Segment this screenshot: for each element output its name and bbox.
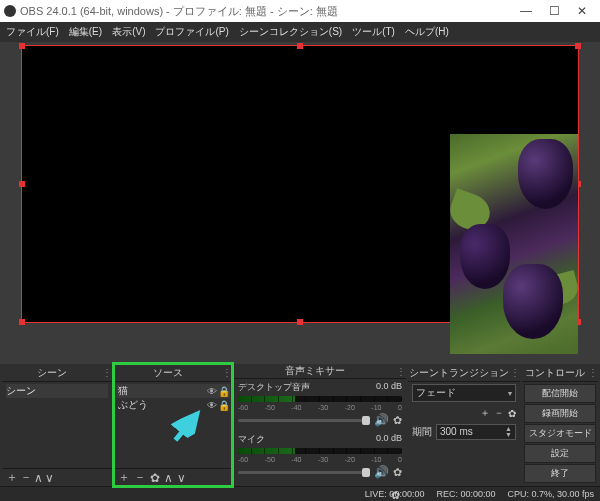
status-rec: REC: 00:00:00 xyxy=(436,489,495,499)
start-stream-button[interactable]: 配信開始 xyxy=(524,384,596,403)
selection-handle[interactable] xyxy=(19,319,25,325)
menu-bar: ファイル(F) 編集(E) 表示(V) プロファイル(P) シーンコレクション(… xyxy=(0,22,600,42)
volume-slider[interactable] xyxy=(238,471,370,474)
minimize-button[interactable]: ― xyxy=(512,4,540,18)
scenes-toolbar: ＋ － ∧ ∨ xyxy=(2,468,112,486)
scenes-list[interactable]: シーン xyxy=(2,382,112,468)
visibility-icon[interactable]: 👁 xyxy=(206,400,218,411)
channel-level: 0.0 dB xyxy=(376,381,402,394)
channel-level: 0.0 dB xyxy=(376,433,402,446)
mixer-channel: マイク0.0 dB -60-50-40-30-20-100 🔊 ✿ xyxy=(234,431,406,483)
menu-view[interactable]: 表示(V) xyxy=(108,23,149,41)
dock-grip-icon[interactable]: ⋮ xyxy=(102,367,112,378)
menu-tools[interactable]: ツール(T) xyxy=(348,23,399,41)
add-transition-button[interactable]: ＋ xyxy=(480,406,490,420)
sources-title: ソース xyxy=(114,366,222,380)
add-scene-button[interactable]: ＋ xyxy=(6,469,18,486)
selection-handle[interactable] xyxy=(19,43,25,49)
meter-scale: -60-50-40-30-20-100 xyxy=(238,404,402,411)
window-titlebar: OBS 24.0.1 (64-bit, windows) - プロファイル: 無… xyxy=(0,0,600,22)
scenes-panel: シーン ⋮ シーン ＋ － ∧ ∨ xyxy=(2,364,112,486)
slider-thumb[interactable] xyxy=(362,416,370,425)
source-settings-button[interactable]: ✿ xyxy=(150,471,160,485)
channel-settings-button[interactable]: ✿ xyxy=(393,466,402,479)
dock-grip-icon[interactable]: ⋮ xyxy=(510,367,520,378)
audio-meter xyxy=(238,396,402,402)
settings-button[interactable]: 設定 xyxy=(524,444,596,463)
close-button[interactable]: ✕ xyxy=(568,4,596,18)
preview-canvas[interactable] xyxy=(22,46,578,322)
slider-thumb[interactable] xyxy=(362,468,370,477)
scene-up-button[interactable]: ∧ xyxy=(34,471,43,485)
controls-title: コントロール xyxy=(522,366,588,380)
dock-grip-icon[interactable]: ⋮ xyxy=(396,366,406,377)
studio-mode-button[interactable]: スタジオモード xyxy=(524,424,596,443)
speaker-icon[interactable]: 🔊 xyxy=(374,465,389,479)
transition-selected: フェード xyxy=(416,386,508,400)
remove-transition-button[interactable]: － xyxy=(494,406,504,420)
scene-item[interactable]: シーン xyxy=(6,384,108,398)
selection-handle[interactable] xyxy=(297,319,303,325)
remove-source-button[interactable]: － xyxy=(134,469,146,486)
selection-handle[interactable] xyxy=(575,43,581,49)
sources-toolbar: ＋ － ✿ ∧ ∨ xyxy=(114,468,232,486)
sources-list[interactable]: 猫 👁 🔒 ぶどう 👁 🔒 xyxy=(114,382,232,468)
meter-scale: -60-50-40-30-20-100 xyxy=(238,456,402,463)
scenes-title: シーン xyxy=(2,366,102,380)
transitions-title: シーントランジション xyxy=(408,366,510,380)
source-preview-image[interactable] xyxy=(450,134,578,354)
transitions-panel: シーントランジション ⋮ フェード ▾ ＋ － ✿ 期間 300 ms ▲▼ xyxy=(408,364,520,486)
transition-settings-button[interactable]: ✿ xyxy=(508,408,516,419)
channel-settings-button[interactable]: ✿ xyxy=(393,414,402,427)
status-live: LIVE: 00:00:00 xyxy=(365,489,425,499)
remove-scene-button[interactable]: － xyxy=(20,469,32,486)
channel-name: マイク xyxy=(238,433,376,446)
spinner-icon[interactable]: ▲▼ xyxy=(505,426,512,438)
maximize-button[interactable]: ☐ xyxy=(540,4,568,18)
app-icon xyxy=(4,5,16,17)
svg-line-0 xyxy=(169,414,203,440)
duration-input[interactable]: 300 ms ▲▼ xyxy=(436,424,516,440)
chevron-down-icon: ▾ xyxy=(508,389,512,398)
source-item[interactable]: ぶどう 👁 🔒 xyxy=(116,398,230,412)
duration-label: 期間 xyxy=(412,425,432,439)
status-cpu: CPU: 0.7%, 30.00 fps xyxy=(507,489,594,499)
start-record-button[interactable]: 録画開始 xyxy=(524,404,596,423)
source-up-button[interactable]: ∧ xyxy=(164,471,173,485)
source-item[interactable]: 猫 👁 🔒 xyxy=(116,384,230,398)
lock-icon[interactable]: 🔒 xyxy=(218,400,230,411)
exit-button[interactable]: 終了 xyxy=(524,464,596,483)
speaker-icon[interactable]: 🔊 xyxy=(374,413,389,427)
menu-scene-collection[interactable]: シーンコレクション(S) xyxy=(235,23,346,41)
menu-edit[interactable]: 編集(E) xyxy=(65,23,106,41)
add-source-button[interactable]: ＋ xyxy=(118,469,130,486)
dock-row: シーン ⋮ シーン ＋ － ∧ ∨ ソース ⋮ 猫 👁 🔒 xyxy=(0,364,600,486)
volume-slider[interactable] xyxy=(238,419,370,422)
mixer-channel: デスクトップ音声0.0 dB -60-50-40-30-20-100 🔊 ✿ xyxy=(234,379,406,431)
audio-mixer-panel: 音声ミキサー ⋮ デスクトップ音声0.0 dB -60-50-40-30-20-… xyxy=(234,364,406,486)
channel-name: デスクトップ音声 xyxy=(238,381,376,394)
scene-down-button[interactable]: ∨ xyxy=(45,471,54,485)
source-down-button[interactable]: ∨ xyxy=(177,471,186,485)
visibility-icon[interactable]: 👁 xyxy=(206,386,218,397)
mixer-body: デスクトップ音声0.0 dB -60-50-40-30-20-100 🔊 ✿ マ… xyxy=(234,379,406,483)
menu-profile[interactable]: プロファイル(P) xyxy=(151,23,232,41)
controls-panel: コントロール ⋮ 配信開始 録画開始 スタジオモード 設定 終了 xyxy=(522,364,598,486)
window-title: OBS 24.0.1 (64-bit, windows) - プロファイル: 無… xyxy=(20,4,512,19)
lock-icon[interactable]: 🔒 xyxy=(218,386,230,397)
sources-panel: ソース ⋮ 猫 👁 🔒 ぶどう 👁 🔒 ＋ xyxy=(114,364,232,486)
preview-area[interactable] xyxy=(0,42,600,364)
selection-handle[interactable] xyxy=(19,181,25,187)
menu-help[interactable]: ヘルプ(H) xyxy=(401,23,453,41)
menu-file[interactable]: ファイル(F) xyxy=(2,23,63,41)
selection-handle[interactable] xyxy=(297,43,303,49)
audio-meter xyxy=(238,448,402,454)
source-label: 猫 xyxy=(116,384,206,398)
transition-select[interactable]: フェード ▾ xyxy=(412,384,516,402)
dock-grip-icon[interactable]: ⋮ xyxy=(588,367,598,378)
mixer-title: 音声ミキサー xyxy=(234,364,396,378)
dock-grip-icon[interactable]: ⋮ xyxy=(222,367,232,378)
duration-value: 300 ms xyxy=(440,426,505,438)
source-label: ぶどう xyxy=(116,398,206,412)
